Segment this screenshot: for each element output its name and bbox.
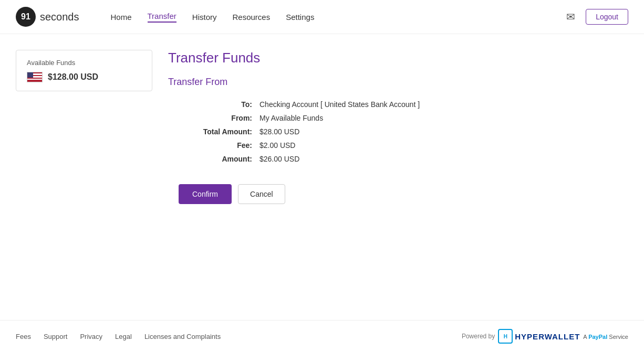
powered-by-text: Powered by [462, 333, 495, 340]
paypal-service: A PayPal Service [583, 332, 628, 340]
from-value: My Available Funds [259, 114, 323, 122]
hyperwallet-icon: H [498, 329, 513, 344]
button-row: Confirm Cancel [179, 184, 628, 204]
funds-amount: $128.00 USD [48, 72, 98, 82]
transfer-details: To: Checking Account [ United States Ban… [179, 100, 628, 163]
detail-row-total-amount: Total Amount: $28.00 USD [179, 127, 628, 136]
logo[interactable]: 91 seconds [16, 7, 79, 27]
total-amount-label: Total Amount: [179, 127, 252, 136]
footer-licenses-link[interactable]: Licenses and Complaints [144, 333, 221, 340]
fee-label: Fee: [179, 141, 252, 150]
header-right: ✉ Logout [566, 9, 628, 25]
hyperwallet-name: HYPERWALLET [515, 332, 580, 341]
available-funds-card: Available Funds $128.00 USD [16, 50, 152, 91]
logo-text: seconds [40, 11, 79, 23]
footer-fees-link[interactable]: Fees [16, 333, 31, 340]
cancel-button[interactable]: Cancel [238, 184, 285, 204]
footer: Fees Support Privacy Legal Licenses and … [0, 320, 644, 352]
nav-settings[interactable]: Settings [286, 13, 314, 22]
footer-privacy-link[interactable]: Privacy [80, 333, 102, 340]
nav-history[interactable]: History [192, 13, 217, 22]
main-content: Available Funds $128.00 USD Transfer Fun… [0, 34, 644, 320]
section-title: Transfer From [168, 77, 628, 88]
footer-support-link[interactable]: Support [44, 333, 68, 340]
footer-legal-link[interactable]: Legal [115, 333, 132, 340]
sidebar: Available Funds $128.00 USD [16, 50, 152, 304]
us-flag-icon [27, 72, 43, 82]
paypal-service-text: A PayPal Service [583, 334, 628, 340]
from-label: From: [179, 114, 252, 122]
fee-value: $2.00 USD [259, 141, 295, 150]
amount-label: Amount: [179, 155, 252, 163]
confirm-button[interactable]: Confirm [179, 184, 232, 204]
mail-icon[interactable]: ✉ [566, 10, 575, 23]
total-amount-value: $28.00 USD [259, 127, 299, 136]
main-nav: Home Transfer History Resources Settings [111, 12, 315, 23]
content-area: Transfer Funds Transfer From To: Checkin… [168, 50, 628, 304]
detail-row-from: From: My Available Funds [179, 114, 628, 122]
amount-value: $26.00 USD [259, 155, 299, 163]
available-funds-label: Available Funds [27, 59, 141, 67]
nav-resources[interactable]: Resources [232, 13, 270, 22]
to-value: Checking Account [ United States Bank Ac… [259, 100, 420, 109]
logout-button[interactable]: Logout [586, 9, 628, 25]
nav-transfer[interactable]: Transfer [148, 12, 176, 23]
footer-right: Powered by H HYPERWALLET A PayPal Servic… [462, 329, 628, 344]
page-title: Transfer Funds [168, 50, 628, 66]
footer-links: Fees Support Privacy Legal Licenses and … [16, 333, 221, 340]
detail-row-fee: Fee: $2.00 USD [179, 141, 628, 150]
hyperwallet-logo: H HYPERWALLET [498, 329, 580, 344]
header: 91 seconds Home Transfer History Resourc… [0, 0, 644, 34]
detail-row-to: To: Checking Account [ United States Ban… [179, 100, 628, 109]
logo-icon: 91 [16, 7, 36, 27]
nav-home[interactable]: Home [111, 13, 132, 22]
to-label: To: [179, 100, 252, 109]
detail-row-amount: Amount: $26.00 USD [179, 155, 628, 163]
funds-row: $128.00 USD [27, 72, 141, 82]
